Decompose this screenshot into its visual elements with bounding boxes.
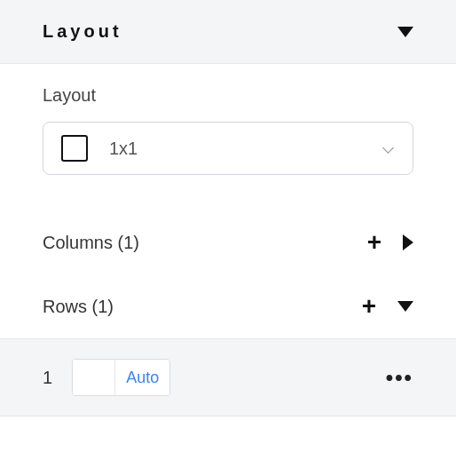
- row-size-swatch: [73, 360, 115, 395]
- row-index: 1: [43, 368, 52, 388]
- row-item-content: 1 Auto: [43, 359, 170, 396]
- collapse-icon: [397, 27, 413, 37]
- columns-actions: +: [367, 230, 413, 255]
- rows-section-header: Rows (1) +: [43, 274, 413, 338]
- row-item: 1 Auto •••: [0, 338, 456, 416]
- add-row-button[interactable]: +: [362, 294, 376, 319]
- rows-actions: +: [362, 294, 413, 319]
- expand-columns-icon[interactable]: [403, 234, 413, 250]
- row-more-button[interactable]: •••: [386, 365, 413, 390]
- grid-1x1-icon: [61, 135, 88, 162]
- add-column-button[interactable]: +: [367, 230, 381, 255]
- layout-select[interactable]: 1x1: [43, 122, 413, 175]
- layout-field-label: Layout: [43, 85, 413, 106]
- collapse-rows-icon[interactable]: [397, 301, 413, 312]
- rows-label: Rows (1): [43, 297, 114, 317]
- panel-title: Layout: [43, 21, 122, 42]
- layout-select-value: 1x1: [109, 139, 138, 159]
- columns-section-header: Columns (1) +: [43, 210, 413, 274]
- chevron-down-icon: [382, 142, 395, 155]
- layout-panel-header[interactable]: Layout: [0, 0, 456, 64]
- layout-panel-body: Layout 1x1 Columns (1) + Rows (1) +: [0, 64, 456, 338]
- layout-select-content: 1x1: [61, 135, 138, 162]
- row-size-control[interactable]: Auto: [72, 359, 170, 396]
- row-size-value: Auto: [115, 360, 169, 395]
- columns-label: Columns (1): [43, 233, 139, 253]
